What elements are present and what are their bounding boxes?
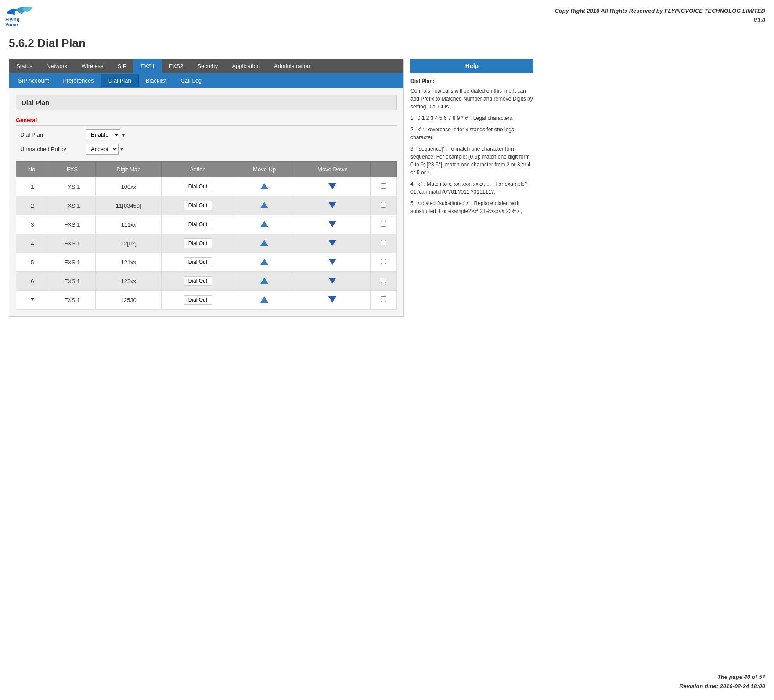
move-down-icon[interactable]	[328, 296, 336, 303]
sub-nav: SIP Account Preferences Dial Plan Blackl…	[9, 73, 403, 88]
footer-page-info: The page 40 of 57	[679, 673, 765, 682]
unmatched-policy-label: Unmatched Policy	[20, 146, 86, 152]
nav-application[interactable]: Application	[225, 59, 267, 73]
move-down-icon[interactable]	[328, 221, 336, 227]
cell-move-down[interactable]	[295, 253, 370, 272]
cell-move-down[interactable]	[295, 215, 370, 234]
row-checkbox[interactable]	[381, 183, 386, 189]
dial-out-button[interactable]: Dial Out	[184, 257, 212, 267]
cell-move-up[interactable]	[234, 215, 295, 234]
col-move-up: Move Up	[234, 162, 295, 177]
cell-move-down[interactable]	[295, 234, 370, 253]
help-point-1: 1. '0 1 2 3 4 5 6 7 8 9 * #' : Legal cha…	[410, 114, 533, 122]
move-down-icon[interactable]	[328, 240, 336, 246]
cell-digit-map: 111xx	[96, 215, 162, 234]
dial-plan-row: Dial Plan Enable Disable ▼	[16, 129, 397, 140]
cell-checkbox[interactable]	[370, 177, 396, 196]
cell-fxs: FXS 1	[49, 272, 96, 291]
row-checkbox[interactable]	[381, 296, 386, 302]
move-up-icon[interactable]	[260, 221, 268, 227]
cell-move-down[interactable]	[295, 272, 370, 291]
row-checkbox[interactable]	[381, 240, 386, 245]
nav-wireless[interactable]: Wireless	[75, 59, 111, 73]
move-down-icon[interactable]	[328, 202, 336, 208]
cell-move-up[interactable]	[234, 196, 295, 215]
cell-fxs: FXS 1	[49, 291, 96, 310]
row-checkbox[interactable]	[381, 259, 386, 264]
cell-no: 5	[16, 253, 49, 272]
dial-plan-select[interactable]: Enable Disable	[86, 129, 120, 140]
nav-sip[interactable]: SIP	[110, 59, 133, 73]
help-point-5: 5. '<'dialed':'substituted'>' : Replace …	[410, 199, 533, 215]
move-up-icon[interactable]	[260, 278, 268, 284]
cell-move-up[interactable]	[234, 177, 295, 196]
dial-out-button[interactable]: Dial Out	[184, 201, 212, 210]
cell-checkbox[interactable]	[370, 291, 396, 310]
cell-no: 6	[16, 272, 49, 291]
table-row: 6FXS 1123xxDial Out	[16, 272, 397, 291]
cell-checkbox[interactable]	[370, 215, 396, 234]
cell-digit-map: 11[03459]	[96, 196, 162, 215]
nav-administration[interactable]: Administration	[267, 59, 317, 73]
nav-status[interactable]: Status	[9, 59, 40, 73]
cell-action: Dial Out	[162, 291, 234, 310]
subnav-dial-plan[interactable]: Dial Plan	[101, 74, 139, 87]
cell-move-up[interactable]	[234, 272, 295, 291]
content-area: Dial Plan General Dial Plan Enable Disab…	[9, 88, 403, 316]
dial-out-button[interactable]: Dial Out	[184, 220, 212, 229]
dial-out-button[interactable]: Dial Out	[184, 276, 212, 286]
move-up-icon[interactable]	[260, 296, 268, 303]
cell-checkbox[interactable]	[370, 196, 396, 215]
cell-digit-map: 12[02]	[96, 234, 162, 253]
subnav-call-log[interactable]: Call Log	[173, 74, 209, 87]
cell-move-up[interactable]	[234, 234, 295, 253]
cell-action: Dial Out	[162, 272, 234, 291]
subnav-sip-account[interactable]: SIP Account	[11, 74, 56, 87]
help-panel: Help Dial Plan: Controls how calls will …	[410, 59, 533, 317]
cell-move-down[interactable]	[295, 291, 370, 310]
move-up-icon[interactable]	[260, 202, 268, 208]
svg-text:Voice: Voice	[5, 22, 18, 27]
subnav-blacklist[interactable]: Blacklist	[139, 74, 174, 87]
cell-checkbox[interactable]	[370, 234, 396, 253]
col-fxs: FXS	[49, 162, 96, 177]
cell-action: Dial Out	[162, 253, 234, 272]
cell-checkbox[interactable]	[370, 253, 396, 272]
nav-security[interactable]: Security	[190, 59, 225, 73]
nav-fxs2[interactable]: FXS2	[162, 59, 191, 73]
move-up-icon[interactable]	[260, 183, 268, 189]
cell-move-up[interactable]	[234, 253, 295, 272]
move-up-icon[interactable]	[260, 259, 268, 265]
row-checkbox[interactable]	[381, 278, 386, 283]
row-checkbox[interactable]	[381, 221, 386, 227]
subnav-preferences[interactable]: Preferences	[56, 74, 101, 87]
dial-out-button[interactable]: Dial Out	[184, 182, 212, 191]
table-row: 4FXS 112[02]Dial Out	[16, 234, 397, 253]
cell-move-down[interactable]	[295, 177, 370, 196]
move-up-icon[interactable]	[260, 240, 268, 246]
help-title: Help	[410, 59, 533, 73]
cell-fxs: FXS 1	[49, 234, 96, 253]
row-checkbox[interactable]	[381, 202, 386, 208]
cell-digit-map: 12530	[96, 291, 162, 310]
col-action: Action	[162, 162, 234, 177]
move-down-icon[interactable]	[328, 183, 336, 189]
cell-action: Dial Out	[162, 177, 234, 196]
cell-action: Dial Out	[162, 215, 234, 234]
cell-fxs: FXS 1	[49, 196, 96, 215]
dial-out-button[interactable]: Dial Out	[184, 238, 212, 248]
cell-digit-map: 100xx	[96, 177, 162, 196]
move-down-icon[interactable]	[328, 259, 336, 265]
main-content: Status Network Wireless SIP FXS1 FXS2 Se…	[0, 59, 774, 317]
cell-checkbox[interactable]	[370, 272, 396, 291]
cell-move-up[interactable]	[234, 291, 295, 310]
nav-network[interactable]: Network	[40, 59, 75, 73]
cell-move-down[interactable]	[295, 196, 370, 215]
nav-fxs1[interactable]: FXS1	[133, 59, 162, 73]
logo: Flying Voice Voice over IP	[4, 4, 40, 30]
cell-fxs: FXS 1	[49, 253, 96, 272]
unmatched-policy-select[interactable]: Accept Reject	[86, 144, 119, 155]
help-content: Dial Plan: Controls how calls will be di…	[410, 77, 533, 215]
move-down-icon[interactable]	[328, 278, 336, 284]
dial-out-button[interactable]: Dial Out	[184, 295, 212, 305]
